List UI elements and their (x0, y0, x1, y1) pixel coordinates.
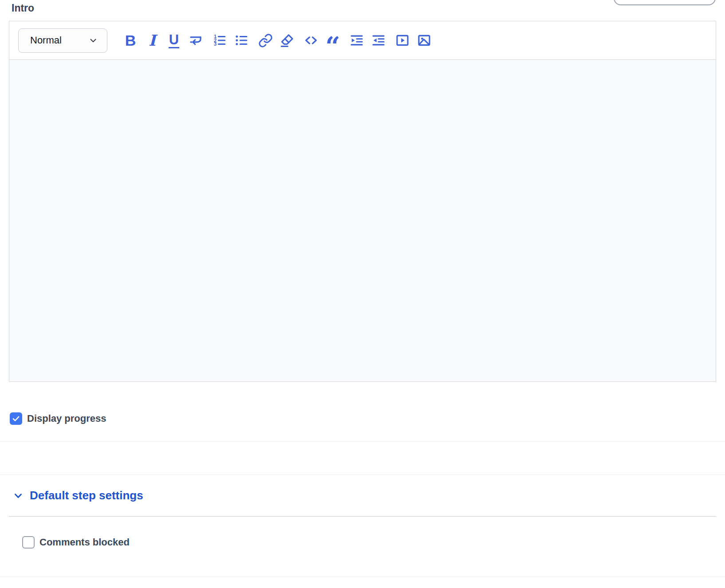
toolbar-group-text-style: B I U (123, 32, 203, 49)
numbered-list-icon[interactable]: 1 2 3 (212, 32, 227, 49)
remove-format-icon[interactable] (280, 32, 295, 49)
code-icon[interactable] (303, 32, 319, 49)
editor-content-area[interactable] (9, 60, 716, 381)
bold-icon[interactable]: B (123, 32, 138, 49)
partial-top-right-button[interactable] (614, 0, 716, 5)
link-icon[interactable] (258, 32, 273, 49)
soft-break-icon[interactable] (188, 32, 203, 49)
paragraph-style-dropdown[interactable]: Normal (18, 28, 107, 53)
svg-text:3: 3 (214, 41, 217, 47)
editor-toolbar: Normal B I U 1 (9, 21, 716, 60)
toolbar-group-media (395, 32, 432, 49)
insert-image-icon[interactable] (417, 32, 432, 49)
italic-icon[interactable]: I (145, 32, 160, 49)
toolbar-group-lists: 1 2 3 (212, 32, 249, 49)
display-progress-label: Display progress (27, 413, 106, 424)
insert-media-icon[interactable] (395, 32, 410, 49)
default-step-settings-title: Default step settings (30, 489, 143, 502)
comments-blocked-checkbox[interactable] (22, 536, 35, 549)
divider (0, 576, 725, 577)
page: { "page": { "intro_field_label": "Intro"… (0, 0, 725, 588)
toolbar-group-link (258, 32, 295, 49)
intro-field-label: Intro (12, 2, 34, 14)
display-progress-checkbox[interactable] (10, 412, 22, 425)
section-divider (9, 516, 716, 517)
rich-text-editor: Normal B I U 1 (9, 21, 716, 382)
bulleted-list-icon[interactable] (234, 32, 249, 49)
display-progress-row: Display progress (10, 412, 106, 425)
comments-blocked-row: Comments blocked (22, 536, 130, 549)
toolbar-group-blocks: “ (303, 32, 340, 49)
underline-icon[interactable]: U (166, 32, 181, 49)
default-step-settings-toggle[interactable]: Default step settings (12, 489, 143, 502)
block-quote-icon[interactable]: “ (325, 32, 340, 49)
comments-blocked-label: Comments blocked (39, 537, 130, 548)
checkmark-icon (12, 414, 20, 423)
divider (0, 441, 725, 442)
paragraph-style-value: Normal (30, 35, 62, 46)
toolbar-group-indent (349, 32, 386, 49)
divider (0, 474, 725, 475)
outdent-icon[interactable] (371, 32, 386, 49)
indent-icon[interactable] (349, 32, 364, 49)
chevron-down-icon (88, 35, 98, 45)
chevron-down-icon (12, 490, 24, 502)
